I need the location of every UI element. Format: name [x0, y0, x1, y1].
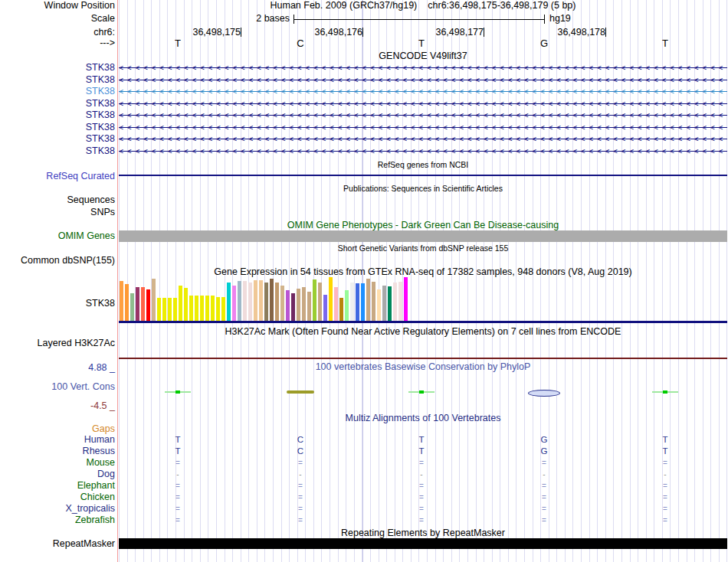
gene-label-stk38-5[interactable]: STK38: [0, 110, 115, 120]
publications-sequences-label[interactable]: Sequences: [0, 195, 115, 205]
alignment-cell: =: [414, 458, 429, 468]
gene-label-stk38-6[interactable]: STK38: [0, 123, 115, 132]
gene-transcript-row[interactable]: <<<<<<<<<<<<<<<<<<<<<<<<<<<<<<<<<<<<<<<<…: [119, 110, 727, 120]
species-label-gaps[interactable]: Gaps: [0, 424, 115, 434]
alignment-cell: C: [293, 435, 308, 445]
gtex-tissue-bar: [361, 283, 365, 321]
gtex-tissue-bar: [200, 296, 204, 321]
repeatmasker-label[interactable]: RepeatMasker: [0, 539, 115, 549]
gtex-tissue-bar: [130, 293, 134, 321]
gtex-tissue-bar: [345, 290, 349, 321]
gene-transcript-row[interactable]: <<<<<<<<<<<<<<<<<<<<<<<<<<<<<<<<<<<<<<<<…: [119, 75, 727, 85]
alignment-cell: =: [536, 458, 552, 468]
alignment-cell: T: [657, 446, 673, 456]
alignment-cell: =: [293, 481, 308, 491]
gene-transcript-row[interactable]: <<<<<<<<<<<<<<<<<<<<<<<<<<<<<<<<<<<<<<<<…: [119, 87, 727, 96]
refseq-curated-label[interactable]: RefSeq Curated: [0, 172, 115, 181]
gene-label-stk38-1[interactable]: STK38: [0, 63, 115, 73]
alignment-cell: =: [293, 504, 308, 514]
gtex-tissue-bar: [248, 283, 252, 321]
gencode-track-title: GENCODE V49lift37: [119, 51, 727, 61]
species-label-dog[interactable]: Dog: [0, 469, 115, 479]
gtex-tissue-bar: [313, 279, 316, 321]
scale-tick-right: [544, 15, 545, 24]
gtex-tissue-bar: [291, 293, 295, 321]
gtex-tissue-bar: [307, 292, 311, 321]
alignment-cell: T: [414, 446, 429, 456]
gtex-tissue-bar: [211, 296, 215, 321]
gtex-tissue-bar: [227, 283, 231, 321]
species-label-elephant[interactable]: Elephant: [0, 481, 115, 491]
gtex-tissue-bar: [238, 281, 241, 321]
phylop-track-title: 100 vertebrates Basewise Conservation by…: [119, 362, 727, 372]
alignment-cell: =: [293, 458, 308, 468]
phylop-max-label: 4.88 _: [0, 363, 115, 373]
gene-transcript-row[interactable]: <<<<<<<<<<<<<<<<<<<<<<<<<<<<<<<<<<<<<<<<…: [119, 63, 727, 73]
omim-genes-label[interactable]: OMIM Genes: [0, 231, 115, 241]
gtex-tissue-bar: [323, 295, 327, 321]
gene-label-stk38-2[interactable]: STK38: [0, 75, 115, 85]
gene-transcript-row[interactable]: <<<<<<<<<<<<<<<<<<<<<<<<<<<<<<<<<<<<<<<<…: [119, 146, 727, 156]
coordinate-tick: [605, 28, 606, 37]
gtex-tissue-bar: [179, 286, 182, 321]
phylop-mark-neutral: [287, 390, 314, 394]
alignment-cell: =: [414, 481, 429, 491]
species-label-zebrafish[interactable]: Zebrafish: [0, 515, 115, 525]
gtex-tissue-bar: [243, 281, 247, 321]
alignment-cell: =: [536, 504, 552, 514]
species-label-human[interactable]: Human: [0, 435, 115, 445]
phylop-mark-positive-peak: [663, 390, 667, 394]
gene-label-stk38-8[interactable]: STK38: [0, 146, 115, 156]
alignment-cell: -: [293, 469, 308, 479]
gtex-gene-label[interactable]: STK38: [0, 299, 115, 309]
alignment-cell: C: [293, 446, 308, 456]
gtex-tissue-bar: [162, 298, 166, 321]
publications-snps-label[interactable]: SNPs: [0, 207, 115, 217]
common-dbsnp-label[interactable]: Common dbSNP(155): [0, 256, 115, 266]
gtex-tissue-bar: [280, 286, 284, 321]
layered-h3k27ac-label[interactable]: Layered H3K27Ac: [0, 338, 115, 348]
scale-tick-left: [293, 15, 294, 24]
species-label-x_tropicalis[interactable]: X_tropicalis: [0, 504, 115, 514]
repeatmasker-element-bar[interactable]: [119, 538, 727, 549]
gtex-tissue-bar: [146, 289, 150, 321]
coordinate-label: 36,498,175: [149, 28, 241, 38]
gtex-tissue-bar: [339, 298, 343, 321]
repeatmasker-track-title: Repeating Elements by RepeatMasker: [119, 528, 727, 538]
window-position-label: Window Position: [0, 1, 115, 11]
base-letter: T: [657, 38, 673, 49]
species-label-rhesus[interactable]: Rhesus: [0, 446, 115, 456]
species-label-chicken[interactable]: Chicken: [0, 492, 115, 502]
alignment-cell: =: [536, 515, 552, 525]
omim-track-title: OMIM Gene Phenotypes - Dark Green Can Be…: [119, 221, 727, 230]
alignment-cell: =: [170, 458, 185, 468]
gtex-barchart[interactable]: [119, 275, 727, 321]
gtex-tissue-bar: [393, 283, 397, 321]
alignment-cell: =: [414, 492, 429, 502]
gene-label-stk38-3[interactable]: STK38: [0, 87, 115, 96]
phylop-track-label[interactable]: 100 Vert. Cons: [0, 382, 115, 392]
species-label-mouse[interactable]: Mouse: [0, 458, 115, 468]
multiz-track-title: Multiz Alignments of 100 Vertebrates: [119, 413, 727, 423]
genome-browser-image: Window Position Human Feb. 2009 (GRCh37/…: [0, 0, 728, 562]
alignment-cell: =: [657, 492, 673, 502]
refseq-gene-line[interactable]: [119, 175, 727, 176]
alignment-cell: =: [657, 458, 673, 468]
gene-transcript-row[interactable]: <<<<<<<<<<<<<<<<<<<<<<<<<<<<<<<<<<<<<<<<…: [119, 134, 727, 144]
alignment-cell: =: [170, 515, 185, 525]
gtex-tissue-bar: [195, 296, 198, 321]
gene-label-stk38-7[interactable]: STK38: [0, 134, 115, 144]
gene-transcript-row[interactable]: <<<<<<<<<<<<<<<<<<<<<<<<<<<<<<<<<<<<<<<<…: [119, 123, 727, 132]
omim-gene-bar[interactable]: [119, 230, 727, 242]
refseq-track-title: RefSeq genes from NCBI: [119, 161, 727, 169]
gene-transcript-row[interactable]: <<<<<<<<<<<<<<<<<<<<<<<<<<<<<<<<<<<<<<<<…: [119, 99, 727, 109]
gene-label-stk38-4[interactable]: STK38: [0, 99, 115, 109]
coordinate-value: 36,498,176: [314, 27, 362, 38]
alignment-cell: -: [414, 469, 429, 479]
gtex-tissue-bar: [270, 279, 274, 321]
scale-bar: [293, 19, 545, 20]
gtex-tissue-bar: [168, 298, 172, 321]
coordinate-label: 36,498,178: [514, 28, 606, 38]
gtex-tissue-bar: [286, 290, 290, 321]
gtex-tissue-bar: [382, 286, 386, 321]
